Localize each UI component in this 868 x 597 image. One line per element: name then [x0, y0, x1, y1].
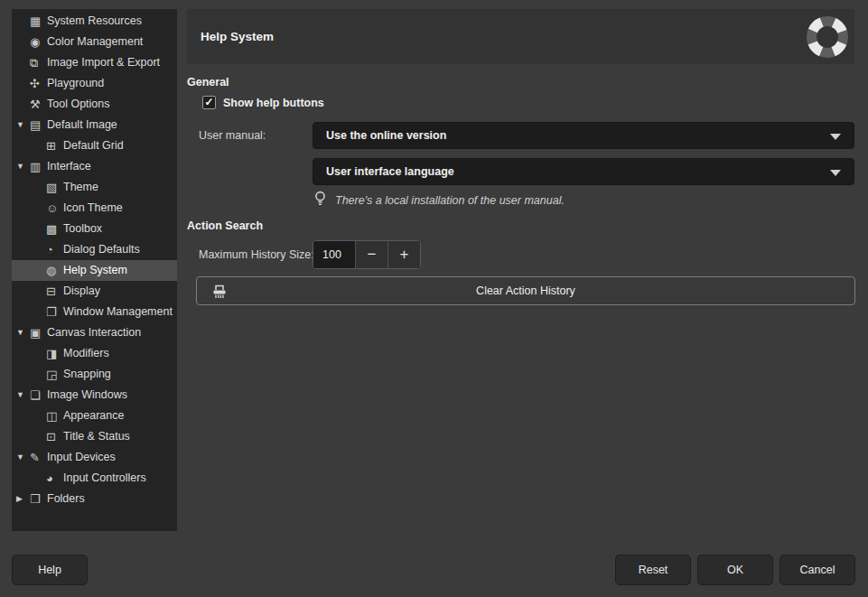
- sidebar-item-label: Input Controllers: [63, 468, 146, 489]
- sidebar-item-label: System Resources: [47, 11, 142, 32]
- expander-icon[interactable]: ▶: [16, 489, 30, 509]
- sidebar-item-theme[interactable]: ▧ Theme: [12, 177, 177, 198]
- snap-corner-icon: ◲: [46, 364, 63, 385]
- sidebar-item-label: Snapping: [63, 364, 111, 385]
- action-search-section-heading: Action Search: [187, 219, 263, 232]
- canvas-image-icon: ▣: [30, 322, 47, 343]
- folders-icon: ❒: [30, 489, 47, 509]
- sidebar-item-appearance[interactable]: ◫ Appearance: [12, 406, 177, 426]
- sidebar-item-label: Display: [63, 281, 100, 302]
- lightbulb-icon: [313, 191, 327, 210]
- sidebar-item-icon-theme[interactable]: ☺ Icon Theme: [12, 198, 177, 219]
- sidebar-item-label: Image Import & Export: [47, 52, 160, 73]
- monitor-icon: ⊟: [46, 281, 63, 302]
- sidebar-item-input-devices[interactable]: ▼ ✎ Input Devices: [12, 447, 177, 468]
- sidebar-item-label: Help System: [63, 260, 127, 281]
- sidebar-item-label: Folders: [47, 489, 85, 509]
- clear-action-history-button[interactable]: Clear Action History: [196, 276, 855, 305]
- sidebar-item-label: Default Image: [47, 115, 117, 135]
- preferences-sidebar: ▦ System Resources ◉ Color Management ⧉ …: [12, 9, 177, 531]
- shredder-icon: [211, 284, 228, 303]
- sidebar-item-playground[interactable]: ✣ Playground: [12, 73, 177, 94]
- life-ring-icon: [806, 15, 849, 61]
- user-manual-select[interactable]: Use the online version: [313, 122, 854, 149]
- show-help-buttons-row: ✓ Show help buttons: [202, 96, 324, 109]
- sidebar-item-default-grid[interactable]: ⊞ Default Grid: [12, 135, 177, 156]
- gauge-icon: ◔: [46, 239, 63, 260]
- ok-button[interactable]: OK: [697, 555, 773, 585]
- controller-dial-icon: ◕: [46, 468, 63, 489]
- expander-icon[interactable]: ▼: [16, 156, 30, 177]
- import-export-icon: ⧉: [30, 52, 47, 73]
- sidebar-item-folders[interactable]: ▶ ❒ Folders: [12, 489, 177, 509]
- sidebar-item-input-controllers[interactable]: ◕ Input Controllers: [12, 468, 177, 489]
- show-help-buttons-checkbox[interactable]: ✓: [202, 96, 216, 109]
- toolbox-icon: ▩: [46, 219, 63, 239]
- sidebar-item-label: Toolbox: [63, 219, 102, 239]
- sidebar-item-image-import-export[interactable]: ⧉ Image Import & Export: [12, 52, 177, 73]
- image-window-icon: ❏: [30, 385, 47, 406]
- sidebar-item-dialog-defaults[interactable]: ◔ Dialog Defaults: [12, 239, 177, 260]
- max-history-size-value[interactable]: 100: [313, 241, 355, 268]
- clear-action-history-label: Clear Action History: [197, 285, 854, 297]
- manual-language-value: User interface language: [313, 165, 454, 178]
- user-manual-label: User manual:: [199, 129, 266, 142]
- sidebar-item-label: Modifiers: [63, 343, 109, 364]
- sidebar-item-default-image[interactable]: ▼ ▤ Default Image: [12, 115, 177, 135]
- panels-icon: ▥: [30, 156, 47, 177]
- increment-button[interactable]: +: [387, 241, 420, 268]
- chevron-down-icon: [830, 170, 841, 176]
- titlebar-icon: ⊡: [46, 426, 63, 447]
- tools-icon: ⚒: [30, 94, 47, 115]
- sidebar-item-label: Window Management: [63, 302, 173, 322]
- sidebar-item-title-status[interactable]: ⊡ Title & Status: [12, 426, 177, 447]
- manual-language-select[interactable]: User interface language: [313, 158, 854, 185]
- cascade-windows-icon: ❐: [46, 302, 63, 322]
- pinwheel-icon: ✣: [30, 73, 47, 94]
- sidebar-item-window-management[interactable]: ❐ Window Management: [12, 302, 177, 322]
- reset-button[interactable]: Reset: [615, 555, 691, 585]
- expander-icon[interactable]: ▼: [16, 447, 30, 468]
- sidebar-item-label: Interface: [47, 156, 91, 177]
- help-button[interactable]: Help: [12, 555, 88, 585]
- sidebar-item-snapping[interactable]: ◲ Snapping: [12, 364, 177, 385]
- sidebar-item-display[interactable]: ⊟ Display: [12, 281, 177, 302]
- sidebar-item-modifiers[interactable]: ◨ Modifiers: [12, 343, 177, 364]
- sidebar-item-label: Playground: [47, 73, 104, 94]
- chevron-down-icon: [830, 134, 841, 140]
- page-header: Help System: [187, 9, 854, 64]
- manual-hint-text: There's a local installation of the user…: [335, 194, 565, 207]
- sidebar-item-label: Tool Options: [47, 94, 109, 115]
- expander-icon[interactable]: ▼: [16, 385, 30, 406]
- manual-hint-row: There's a local installation of the user…: [313, 191, 565, 210]
- cancel-button[interactable]: Cancel: [779, 555, 855, 585]
- sidebar-item-system-resources[interactable]: ▦ System Resources: [12, 11, 177, 32]
- sidebar-item-tool-options[interactable]: ⚒ Tool Options: [12, 94, 177, 115]
- sidebar-item-label: Dialog Defaults: [63, 239, 140, 260]
- sidebar-item-image-windows[interactable]: ▼ ❏ Image Windows: [12, 385, 177, 406]
- cpu-chip-icon: ▦: [30, 11, 47, 32]
- window-frame-icon: ◫: [46, 406, 63, 426]
- sidebar-item-label: Appearance: [63, 406, 124, 426]
- sidebar-item-color-management[interactable]: ◉ Color Management: [12, 32, 177, 52]
- expander-icon[interactable]: ▼: [16, 322, 30, 343]
- sidebar-item-label: Default Grid: [63, 135, 124, 156]
- max-history-size-label: Maximum History Size:: [199, 248, 314, 261]
- sidebar-item-toolbox[interactable]: ▩ Toolbox: [12, 219, 177, 239]
- sidebar-item-label: Image Windows: [47, 385, 127, 406]
- expander-icon[interactable]: ▼: [16, 115, 30, 135]
- sidebar-item-help-system[interactable]: ◍ Help System: [12, 260, 177, 281]
- sidebar-item-label: Color Management: [47, 32, 143, 52]
- show-help-buttons-label[interactable]: Show help buttons: [223, 97, 324, 109]
- life-ring-small-icon: ◍: [46, 260, 63, 281]
- general-section-heading: General: [187, 76, 229, 89]
- max-history-size-stepper: 100 − +: [313, 240, 421, 269]
- sidebar-item-canvas-interaction[interactable]: ▼ ▣ Canvas Interaction: [12, 322, 177, 343]
- sidebar-item-label: Icon Theme: [63, 198, 123, 219]
- image-star-icon: ▤: [30, 115, 47, 135]
- decrement-button[interactable]: −: [355, 241, 387, 268]
- sidebar-item-label: Canvas Interaction: [47, 322, 141, 343]
- sidebar-item-interface[interactable]: ▼ ▥ Interface: [12, 156, 177, 177]
- color-circles-icon: ◉: [30, 32, 47, 52]
- tablet-pen-icon: ✎: [30, 447, 47, 468]
